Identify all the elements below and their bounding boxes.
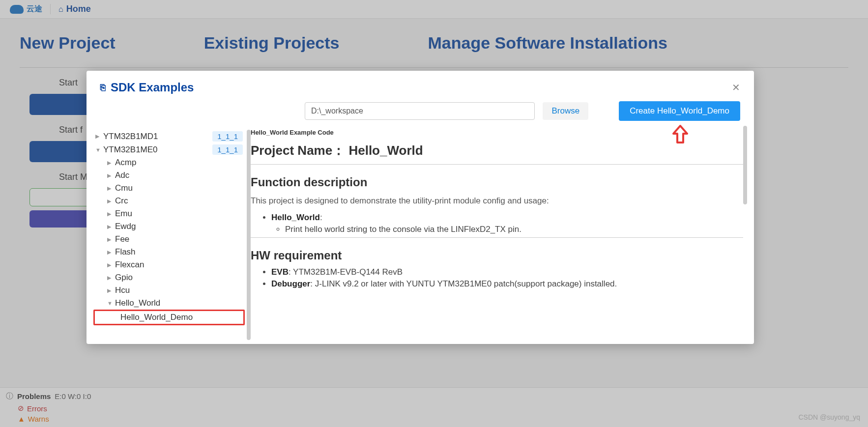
annotation-arrow-icon xyxy=(669,124,691,145)
version-badge: 1_1_1 xyxy=(212,144,243,155)
modal-toolbar: Browse Create Hello_World_Demo xyxy=(87,99,754,126)
tree-module-acmp[interactable]: ▶Acmp xyxy=(93,156,245,169)
tree-demo-hello-world-demo[interactable]: Hello_World_Demo xyxy=(93,310,245,325)
chevron-down-icon: ▼ xyxy=(95,147,100,153)
version-badge: 1_1_1 xyxy=(212,131,243,142)
tree-module-cmu[interactable]: ▶Cmu xyxy=(93,182,245,195)
tree-device-ytm32b1md1[interactable]: ▶YTM32B1MD1 1_1_1 xyxy=(93,130,245,143)
example-content: Hello_World Example Code Project Name： H… xyxy=(251,126,747,344)
tree-module-hcu[interactable]: ▶Hcu xyxy=(93,284,245,297)
chevron-right-icon: ▶ xyxy=(107,275,112,281)
chevron-down-icon: ▼ xyxy=(107,300,112,306)
sdk-examples-modal: ⎘ SDK Examples ✕ Browse Create Hello_Wor… xyxy=(87,71,754,344)
chevron-right-icon: ▶ xyxy=(107,287,112,294)
create-demo-button[interactable]: Create Hello_World_Demo xyxy=(619,101,740,121)
function-description-text: This project is designed to demonstrate … xyxy=(251,196,743,206)
workspace-path-input[interactable] xyxy=(305,102,535,120)
close-icon[interactable]: ✕ xyxy=(732,82,740,93)
tree-module-flash[interactable]: ▶Flash xyxy=(93,246,245,258)
chevron-right-icon: ▶ xyxy=(107,172,112,179)
hw-debugger-item: Debugger: J-LINK v9.2 or later with YUNT… xyxy=(271,279,743,289)
tree-module-emu[interactable]: ▶Emu xyxy=(93,207,245,220)
tree-module-flexcan[interactable]: ▶Flexcan xyxy=(93,258,245,271)
chevron-right-icon: ▶ xyxy=(107,160,112,166)
func-item-detail: Print hello world string to the console … xyxy=(285,225,743,234)
hw-requirement-heading: HW requirement xyxy=(251,249,743,262)
divider xyxy=(251,164,743,165)
tree-module-adc[interactable]: ▶Adc xyxy=(93,169,245,182)
chevron-right-icon: ▶ xyxy=(107,198,112,204)
chevron-right-icon: ▶ xyxy=(107,249,112,256)
function-description-heading: Function description xyxy=(251,175,743,189)
tree-module-hello-world[interactable]: ▼Hello_World xyxy=(93,297,245,310)
chevron-right-icon: ▶ xyxy=(95,133,100,140)
tree-module-crc[interactable]: ▶Crc xyxy=(93,195,245,207)
chevron-right-icon: ▶ xyxy=(107,185,112,192)
tree-device-ytm32b1me0[interactable]: ▼YTM32B1ME0 1_1_1 xyxy=(93,143,245,156)
content-scrollbar[interactable] xyxy=(743,126,747,204)
hw-evb-item: EVB: YTM32B1M-EVB-Q144 RevB xyxy=(271,267,743,277)
chevron-right-icon: ▶ xyxy=(107,236,112,243)
tree-module-ewdg[interactable]: ▶Ewdg xyxy=(93,220,245,233)
func-item-name: Hello_World xyxy=(271,213,320,222)
divider xyxy=(251,237,743,238)
chevron-right-icon: ▶ xyxy=(107,262,112,268)
tree-module-gpio[interactable]: ▶Gpio xyxy=(93,271,245,284)
chevron-right-icon: ▶ xyxy=(107,211,112,217)
example-tree[interactable]: ▶YTM32B1MD1 1_1_1 ▼YTM32B1ME0 1_1_1 ▶Acm… xyxy=(93,126,251,344)
package-icon: ⎘ xyxy=(100,83,106,93)
tree-scrollbar[interactable] xyxy=(247,130,251,340)
tree-module-fee[interactable]: ▶Fee xyxy=(93,233,245,246)
chevron-right-icon: ▶ xyxy=(107,224,112,230)
hw-list: EVB: YTM32B1M-EVB-Q144 RevB Debugger: J-… xyxy=(251,267,743,289)
modal-title: ⎘ SDK Examples xyxy=(100,81,194,94)
function-list: Hello_World: Print hello world string to… xyxy=(251,213,743,234)
browse-button[interactable]: Browse xyxy=(543,102,588,120)
